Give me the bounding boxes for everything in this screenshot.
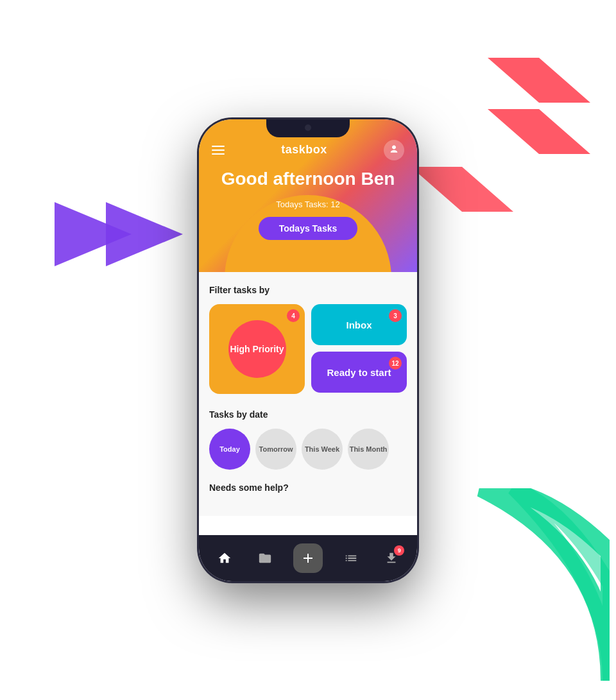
high-priority-circle: High Priority [228, 320, 286, 378]
date-pills: Today Tomorrow This Week This Month [209, 429, 407, 470]
high-priority-label: High Priority [230, 344, 284, 355]
phone-camera [305, 124, 311, 131]
svg-marker-2 [488, 58, 590, 103]
date-pill-today[interactable]: Today [209, 429, 250, 470]
help-title: Needs some help? [209, 482, 407, 493]
filter-right-column: 3 Inbox 12 Ready to start [311, 304, 407, 394]
greeting-text: Good afternoon Ben [212, 168, 404, 190]
filter-grid: 4 High Priority 3 Inbox 12 Ready to [209, 304, 407, 394]
menu-button[interactable] [212, 146, 225, 155]
screen-header: taskbox Good afternoon Ben Todays Tasks:… [199, 119, 417, 273]
header-nav: taskbox [212, 140, 404, 160]
inbox-card[interactable]: 3 Inbox [311, 304, 407, 345]
high-priority-badge: 4 [287, 309, 300, 322]
svg-marker-3 [488, 109, 590, 154]
home-nav-item[interactable] [212, 545, 237, 571]
svg-marker-1 [106, 202, 183, 266]
phone-notch [266, 119, 350, 137]
phone-shell: taskbox Good afternoon Ben Todays Tasks:… [199, 119, 417, 581]
ready-to-start-label: Ready to start [327, 367, 391, 378]
todays-tasks-button[interactable]: Todays Tasks [259, 217, 358, 240]
high-priority-card[interactable]: 4 High Priority [209, 304, 305, 394]
user-avatar[interactable] [384, 140, 404, 160]
ready-to-start-badge: 12 [389, 357, 402, 370]
list-nav-item[interactable] [338, 545, 364, 571]
inbox-badge: 3 [389, 309, 402, 322]
bottom-nav: 9 [199, 535, 417, 581]
bg-shape-red [411, 38, 590, 244]
screen-body: Filter tasks by 4 High Priority 3 Inbox [199, 272, 417, 516]
ready-to-start-card[interactable]: 12 Ready to start [311, 352, 407, 393]
phone-screen: taskbox Good afternoon Ben Todays Tasks:… [199, 119, 417, 581]
inbox-label: Inbox [346, 320, 372, 330]
download-nav-item[interactable]: 9 [379, 545, 404, 571]
folder-nav-item[interactable] [252, 545, 278, 571]
svg-marker-4 [411, 167, 513, 212]
tasks-count: Todays Tasks: 12 [212, 200, 404, 209]
filter-section-title: Filter tasks by [209, 285, 407, 295]
date-pill-this-week[interactable]: This Week [302, 429, 343, 470]
download-badge: 9 [394, 545, 404, 556]
date-section-title: Tasks by date [209, 409, 407, 420]
date-pill-tomorrow[interactable]: Tomorrow [255, 429, 296, 470]
bg-shape-green [417, 488, 610, 681]
bg-arrow-purple [55, 167, 189, 302]
app-title: taskbox [281, 143, 327, 157]
date-pill-this-month[interactable]: This Month [348, 429, 389, 470]
add-nav-item[interactable] [293, 543, 323, 573]
